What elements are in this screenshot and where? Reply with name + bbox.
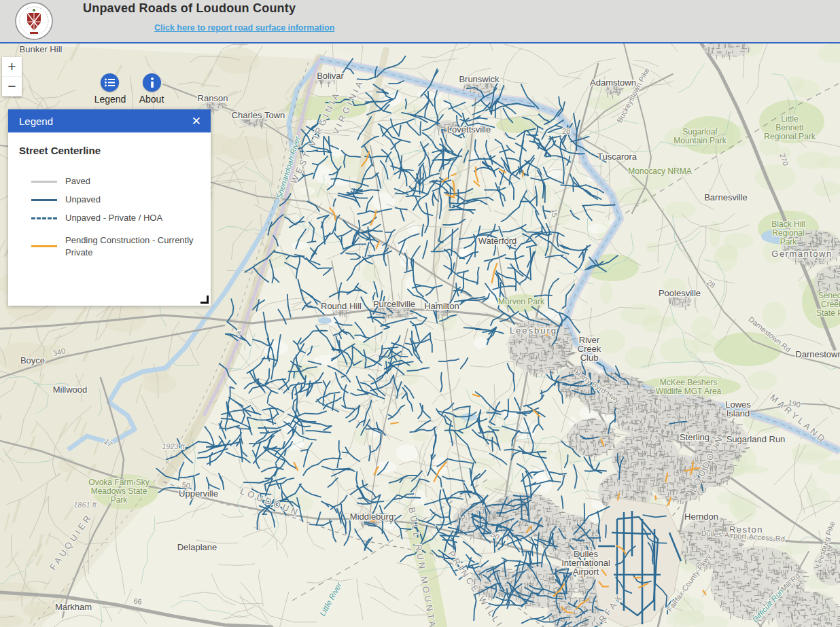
about-button-label[interactable]: About xyxy=(124,94,179,105)
map-label-charles-town: Charles Town xyxy=(232,110,285,120)
map-label-waterford: Waterford xyxy=(478,236,517,246)
legend-item: Unpaved xyxy=(31,194,200,206)
map-label-brunswick: Brunswick xyxy=(459,74,500,84)
map-label-round-hill: Round Hill xyxy=(321,301,362,311)
legend-item: Pending Construction - Currently Private xyxy=(31,234,200,259)
legend-resize-handle[interactable] xyxy=(200,295,209,304)
legend-body: Street Centerline PavedUnpavedUnpaved - … xyxy=(8,132,211,259)
map-label-monocacy-nrma: Monocacy NRMA xyxy=(628,166,691,176)
about-button[interactable] xyxy=(143,73,161,92)
map-label-28: 28 xyxy=(562,127,570,135)
map-label-middleburg: Middleburg xyxy=(350,512,393,522)
map-label-tuscarora: Tuscarora xyxy=(597,151,637,162)
map-label-delaplane: Delaplane xyxy=(177,542,217,552)
page-title: Unpaved Roads of Loudoun County xyxy=(83,1,296,16)
legend-item-label: Pending Construction - Currently Private xyxy=(65,234,200,259)
map-label-bolivar: Bolivar xyxy=(317,71,344,81)
zoom-controls: + − xyxy=(2,57,22,96)
map-label-66: 66 xyxy=(133,596,142,605)
map-label-mckee-beshers-wildlife-mgt-area: McKee BeshersWildlife MGT Area xyxy=(656,378,722,396)
info-icon xyxy=(150,77,154,88)
map-label-herndon: Herndon xyxy=(684,512,718,522)
map-label-darnestown: Darnestown xyxy=(795,349,840,359)
map-label-bunker-hill: Bunker Hill xyxy=(20,44,63,54)
legend-swatch-dashed xyxy=(31,217,57,219)
legend-item-label: Unpaved - Private / HOA xyxy=(65,212,162,224)
zoom-in-button[interactable]: + xyxy=(2,57,22,77)
map-label-15: 15 xyxy=(550,209,559,217)
legend-close-button[interactable]: ✕ xyxy=(192,115,201,127)
app: Unpaved Roads of Loudoun County Click he… xyxy=(0,0,840,627)
legend-item: Unpaved - Private / HOA xyxy=(31,212,200,224)
legend-item-label: Unpaved xyxy=(65,194,101,206)
map-label-7: 7 xyxy=(237,329,241,338)
map-label-1923-ft: 1923 ft xyxy=(162,442,186,450)
map-label-morven-park: Morven Park xyxy=(498,297,545,306)
map-label-sterling: Sterling xyxy=(680,432,710,442)
legend-item: Paved xyxy=(31,175,200,187)
map-label-river-creek-club: RiverCreekClub xyxy=(578,335,601,363)
legend-panel: Legend ✕ Street Centerline PavedUnpavedU… xyxy=(8,109,211,306)
legend-swatch-solid xyxy=(31,181,57,183)
map-label-boyce: Boyce xyxy=(20,355,45,365)
legend-list-icon xyxy=(105,78,115,87)
report-road-surface-link[interactable]: Click here to report road surface inform… xyxy=(154,23,334,33)
map-label-germantown: Germantown xyxy=(771,249,832,259)
legend-button[interactable] xyxy=(101,73,119,92)
map-label-poolesville: Poolesville xyxy=(659,288,701,298)
map-label-ranson: Ranson xyxy=(198,93,228,103)
map-label-adamstown: Adamstown xyxy=(590,77,636,88)
legend-swatch-solid xyxy=(31,199,57,201)
legend-panel-title: Legend xyxy=(19,115,53,127)
map-label-50: 50 xyxy=(181,480,191,490)
legend-items: PavedUnpavedUnpaved - Private / HOAPendi… xyxy=(19,175,200,259)
map-label-millwood: Millwood xyxy=(53,384,88,395)
legend-item-label: Paved xyxy=(65,175,90,187)
legend-swatch-solid xyxy=(31,245,57,247)
map-label-hamilton: Hamilton xyxy=(424,301,459,311)
legend-panel-header[interactable]: Legend ✕ xyxy=(8,109,211,132)
map-label-upperville: Upperville xyxy=(179,488,218,499)
map-label-markham: Markham xyxy=(55,602,92,612)
map-label-lovettsville: Lovettsville xyxy=(447,124,491,135)
map-label-1861-ft: 1861 ft xyxy=(73,501,97,509)
map-label-purcellville: Purcellville xyxy=(373,299,415,309)
zoom-out-button[interactable]: − xyxy=(2,77,22,96)
map-container[interactable]: Bunker HillBolivarBrunswickAdamstownRans… xyxy=(0,42,840,627)
map-label-sugarland-run: Sugarland Run xyxy=(727,434,786,444)
map-label-leesburg: Leesburg xyxy=(510,325,557,336)
map-label-barnesville: Barnesville xyxy=(704,192,748,202)
legend-section-title: Street Centerline xyxy=(19,145,200,156)
map-label-lowes-island: LowesIsland xyxy=(725,399,751,418)
app-header: Unpaved Roads of Loudoun County Click he… xyxy=(0,0,840,42)
county-seal-logo xyxy=(15,2,53,40)
